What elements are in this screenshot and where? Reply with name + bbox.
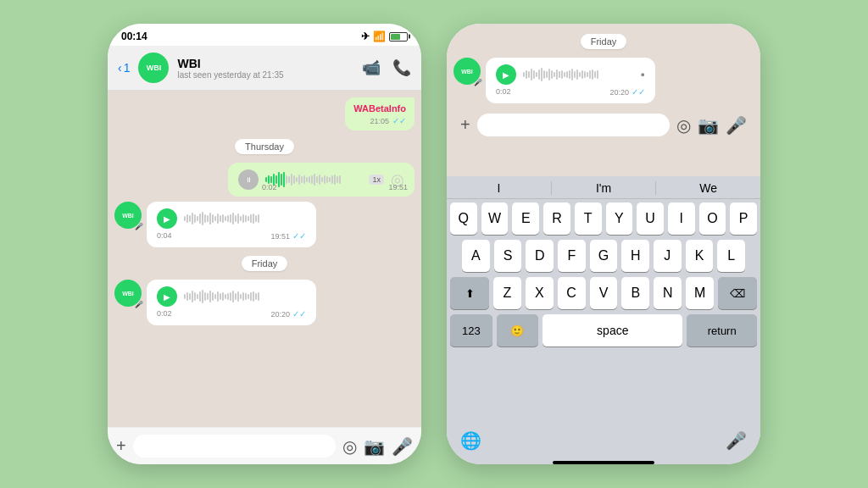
chevron-left-icon: ‹ <box>118 61 122 75</box>
pause-button[interactable]: ⏸ <box>238 169 259 190</box>
status-bar-left: 00:14 ✈ 📶 <box>108 24 421 46</box>
key-K[interactable]: K <box>686 240 714 272</box>
right-phone: Friday WBI 🎤 ▶ <box>447 24 760 464</box>
mic-icon-right[interactable]: 🎤 <box>726 115 747 136</box>
keyboard-rows: Q W E R T Y U I O P A S D F G <box>447 199 760 425</box>
globe-icon[interactable]: 🌐 <box>460 430 481 451</box>
wifi-icon: 📶 <box>373 30 386 42</box>
sender-name: WABetaInfo <box>353 103 406 114</box>
key-L[interactable]: L <box>717 240 745 272</box>
play-button-1[interactable]: ▶ <box>157 208 177 229</box>
voice-total-2: 20:20 <box>270 310 290 319</box>
shift-key[interactable]: ⬆ <box>450 277 489 309</box>
waveform-right <box>523 66 634 83</box>
key-T[interactable]: T <box>575 202 602 235</box>
key-Q[interactable]: Q <box>450 202 477 235</box>
play-button-right[interactable]: ▶ <box>496 64 516 85</box>
key-O[interactable]: O <box>699 202 726 235</box>
key-X[interactable]: X <box>526 277 554 309</box>
mic-badge-2: 🎤 <box>135 301 143 308</box>
contact-info: WBI last seen yesterday at 21:35 <box>177 57 353 80</box>
avatar-text: WBI <box>147 64 162 72</box>
delete-key[interactable]: ⌫ <box>718 277 757 309</box>
mic-icon-left[interactable]: 🎤 <box>392 436 413 457</box>
key-P[interactable]: P <box>730 202 757 235</box>
key-D[interactable]: D <box>526 240 554 272</box>
pred-word-1[interactable]: I <box>447 181 552 195</box>
voice-bubble-right[interactable]: ▶ <box>486 58 655 103</box>
header-actions: 📹 📞 <box>362 58 411 77</box>
sticker-icon-right[interactable]: ◎ <box>676 115 691 136</box>
space-key[interactable]: space <box>542 314 682 347</box>
waveform-2 <box>184 288 306 305</box>
key-M[interactable]: M <box>686 277 714 309</box>
chat-body-left: WABetaInfo 21:05 ✓✓ Thursday ⏸ <box>108 91 421 427</box>
numbers-key[interactable]: 123 <box>450 314 492 347</box>
video-call-icon[interactable]: 📹 <box>362 58 381 77</box>
key-C[interactable]: C <box>558 277 586 309</box>
date-chip-thursday: Thursday <box>235 139 294 154</box>
home-bar <box>553 461 654 464</box>
voice-received-2: WBI 🎤 ▶ <box>114 280 316 325</box>
date-chip-friday-right: Friday <box>581 34 627 49</box>
key-Z[interactable]: Z <box>493 277 521 309</box>
voice-current-right: 0:02 <box>496 87 511 97</box>
voice-current-time: 0:02 <box>262 183 277 191</box>
message-input-right[interactable] <box>477 114 670 136</box>
key-H[interactable]: H <box>621 240 649 272</box>
mic-icon-keyboard[interactable]: 🎤 <box>726 430 747 451</box>
chat-input-bar-left: + ◎ 📷 🎤 <box>108 427 421 464</box>
key-E[interactable]: E <box>512 202 539 235</box>
pred-word-3[interactable]: We <box>656 181 760 195</box>
key-B[interactable]: B <box>621 277 649 309</box>
return-key[interactable]: return <box>687 314 757 347</box>
sent-message: WABetaInfo 21:05 ✓✓ <box>345 97 415 130</box>
back-button[interactable]: ‹ 1 <box>118 61 130 75</box>
plus-icon[interactable]: + <box>116 436 126 456</box>
key-J[interactable]: J <box>654 240 682 272</box>
key-S[interactable]: S <box>494 240 522 272</box>
key-V[interactable]: V <box>590 277 618 309</box>
voice-bubble-2[interactable]: ▶ <box>147 280 316 325</box>
dot-indicator: ● <box>641 70 645 79</box>
voice-total-1: 19:51 <box>270 232 290 241</box>
key-F[interactable]: F <box>558 240 586 272</box>
key-G[interactable]: G <box>590 240 618 272</box>
key-N[interactable]: N <box>654 277 682 309</box>
back-count: 1 <box>124 61 131 75</box>
predictive-bar: I I'm We <box>447 176 760 199</box>
waveform-1 <box>184 210 306 227</box>
battery-icon <box>389 32 408 42</box>
key-W[interactable]: W <box>481 202 509 235</box>
sticker-icon[interactable]: ◎ <box>342 436 357 457</box>
key-I[interactable]: I <box>668 202 695 235</box>
airplane-icon: ✈ <box>361 30 370 42</box>
key-U[interactable]: U <box>637 202 664 235</box>
phone-call-icon[interactable]: 📞 <box>392 58 411 77</box>
camera-icon[interactable]: 📷 <box>364 436 385 457</box>
key-A[interactable]: A <box>462 240 490 272</box>
voice-total-time: 19:51 <box>388 183 408 191</box>
voice-playing-message[interactable]: ⏸ <box>228 163 415 197</box>
voice-received-1: WBI 🎤 ▶ <box>114 202 316 247</box>
wbi-avatar-2: WBI 🎤 <box>114 280 142 307</box>
plus-icon-right[interactable]: + <box>460 115 470 135</box>
contact-name: WBI <box>177 57 353 70</box>
key-row-2: A S D F G H J K L <box>450 240 757 272</box>
key-Y[interactable]: Y <box>606 202 633 235</box>
play-button-2[interactable]: ▶ <box>157 286 177 307</box>
left-phone: 00:14 ✈ 📶 ‹ 1 WBI WBI <box>108 24 421 464</box>
key-R[interactable]: R <box>543 202 570 235</box>
voice-bubble-1[interactable]: ▶ <box>147 202 316 247</box>
message-input-left[interactable] <box>133 435 336 458</box>
contact-avatar: WBI <box>138 53 169 83</box>
emoji-key[interactable]: 🙂 <box>497 314 539 347</box>
chat-body-right: Friday WBI 🎤 ▶ <box>447 24 760 176</box>
msg-time: 21:05 <box>370 117 389 125</box>
pred-word-2[interactable]: I'm <box>552 181 657 195</box>
bottom-bar-right: 🌐 🎤 <box>447 425 760 458</box>
mic-badge-right: 🎤 <box>474 79 482 86</box>
read-ticks: ✓✓ <box>392 116 406 125</box>
ticks-1: ✓✓ <box>292 231 306 241</box>
camera-icon-right[interactable]: 📷 <box>698 115 719 136</box>
